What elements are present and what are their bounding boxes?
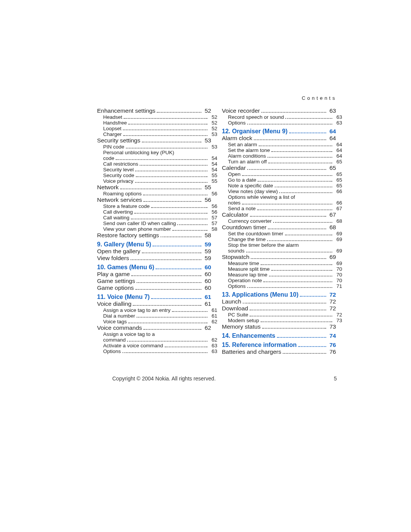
toc-label: Measure lap time bbox=[228, 272, 268, 278]
toc-entry: PC Suite72 bbox=[222, 312, 336, 318]
toc-entry: Stopwatch69 bbox=[222, 254, 336, 260]
toc-entry: Game settings60 bbox=[97, 278, 211, 284]
toc-page-number: 54 bbox=[209, 161, 217, 167]
toc-entry: Options63 bbox=[222, 120, 336, 126]
toc-label: Game options bbox=[97, 284, 134, 291]
toc-label: Operation note bbox=[228, 278, 262, 283]
toc-label: Handsfree bbox=[103, 120, 127, 126]
toc-entry: Game options60 bbox=[97, 284, 211, 291]
toc-entry: Charger53 bbox=[97, 131, 211, 137]
toc-label: View folders bbox=[97, 255, 129, 262]
toc-section-heading[interactable]: 9. Gallery (Menu 5)59 bbox=[97, 241, 211, 248]
toc-page-number: 64 bbox=[328, 128, 336, 135]
toc-label: sounds bbox=[228, 248, 245, 254]
toc-leader-dots bbox=[135, 171, 207, 171]
toc-entry: Calendar65 bbox=[222, 165, 336, 171]
toc-page-number: 55 bbox=[203, 184, 211, 191]
toc-leader-dots bbox=[268, 228, 326, 229]
page: Contents Enhancement settings52Headset52… bbox=[0, 0, 411, 532]
toc-leader-dots bbox=[275, 187, 332, 187]
toc-section-heading[interactable]: 15. Reference information76 bbox=[222, 342, 336, 348]
toc-entry: Call waiting57 bbox=[97, 215, 211, 220]
toc-page-number: 61 bbox=[209, 313, 217, 319]
toc-label: Network services bbox=[97, 197, 142, 203]
toc-leader-dots bbox=[247, 124, 332, 125]
toc-entry: Open65 bbox=[222, 171, 336, 177]
toc-entry: Call diverting56 bbox=[97, 209, 211, 215]
toc-label: Set the countdown timer bbox=[228, 231, 284, 236]
toc-entry: Options71 bbox=[222, 283, 336, 289]
toc-page-number: 53 bbox=[209, 144, 217, 150]
toc-section-heading[interactable]: 11. Voice (Menu 7)61 bbox=[97, 294, 211, 300]
toc-section-heading[interactable]: 13. Applications (Menu 10)72 bbox=[222, 291, 336, 298]
toc-page-number: 71 bbox=[334, 283, 342, 289]
toc-label: Set the alarm tone bbox=[228, 147, 270, 153]
toc-leader-dots bbox=[285, 118, 332, 119]
toc-label: View your own phone number bbox=[103, 226, 171, 232]
toc-label: Loopset bbox=[103, 126, 121, 131]
toc-leader-dots bbox=[242, 204, 332, 204]
toc-label: Security settings bbox=[97, 137, 140, 144]
toc-entry: Network services56 bbox=[97, 197, 211, 203]
toc-page-number: 74 bbox=[328, 332, 336, 339]
toc-entry: Voice commands62 bbox=[97, 324, 211, 331]
toc-leader-dots bbox=[124, 118, 207, 119]
toc-label: Options bbox=[228, 120, 246, 126]
toc-section-heading[interactable]: 10. Games (Menu 6)60 bbox=[97, 264, 211, 271]
toc-section-heading[interactable]: 14. Enhancements74 bbox=[222, 332, 336, 339]
toc-page-number: 72 bbox=[328, 291, 336, 298]
toc-entry: Send a note67 bbox=[222, 206, 336, 211]
toc-leader-dots bbox=[289, 133, 327, 133]
toc-page-number: 64 bbox=[328, 135, 336, 142]
toc-entry: Modem setup73 bbox=[222, 318, 336, 323]
toc-leader-dots bbox=[131, 259, 201, 260]
toc-page-number: 70 bbox=[334, 266, 342, 272]
toc-entry: Measure lap time70 bbox=[222, 272, 336, 278]
toc-label: Headset bbox=[103, 114, 122, 120]
toc-leader-dots bbox=[269, 276, 332, 276]
toc-page-number: 57 bbox=[209, 215, 217, 220]
toc-page-number: 61 bbox=[203, 294, 211, 300]
toc-label: 13. Applications (Menu 10) bbox=[222, 291, 298, 298]
toc-leader-dots bbox=[137, 282, 201, 283]
toc-leader-dots bbox=[137, 317, 207, 318]
toc-page-number: 61 bbox=[203, 300, 211, 307]
toc-leader-dots bbox=[131, 275, 201, 276]
toc-leader-dots bbox=[127, 341, 207, 342]
toc-entry: Enhancement settings52 bbox=[97, 107, 211, 114]
toc-leader-dots bbox=[298, 346, 327, 347]
toc-label: Send own caller ID when calling bbox=[103, 220, 176, 226]
toc-entry: Record speech or sound63 bbox=[222, 114, 336, 120]
toc-section-heading[interactable]: 12. Organiser (Menu 9)64 bbox=[222, 128, 336, 135]
toc-label: Launch bbox=[222, 298, 241, 305]
toc-leader-dots bbox=[131, 219, 207, 219]
toc-label: Stopwatch bbox=[222, 254, 249, 260]
toc-label: Network bbox=[97, 184, 119, 191]
toc-page-number: 63 bbox=[209, 343, 217, 348]
toc-entry: Send own caller ID when calling57 bbox=[97, 220, 211, 226]
toc-entry: Activate a voice command63 bbox=[97, 343, 211, 348]
toc-entry: Measure split time70 bbox=[222, 266, 336, 272]
toc-leader-dots bbox=[268, 157, 332, 158]
toc-leader-dots bbox=[116, 159, 207, 160]
toc-label: Voice tags bbox=[103, 319, 127, 324]
toc-entry: PIN code53 bbox=[97, 144, 211, 150]
toc-entry: Voice privacy55 bbox=[97, 178, 211, 184]
toc-page-number: 59 bbox=[203, 241, 211, 248]
toc-label: Restore factory settings bbox=[97, 232, 159, 239]
toc-label: code bbox=[103, 155, 114, 161]
toc-label: Currency converter bbox=[228, 218, 272, 224]
toc-label: Activate a voice command bbox=[103, 343, 163, 348]
toc-label: Turn an alarm off bbox=[228, 159, 267, 165]
toc-entry: Turn an alarm off65 bbox=[222, 159, 336, 165]
toc-leader-dots bbox=[153, 246, 201, 246]
toc-page-number: 72 bbox=[328, 298, 336, 305]
toc-label: Stop the timer before the alarm bbox=[228, 242, 299, 248]
toc-entry: Play a game60 bbox=[97, 271, 211, 278]
toc-page-number: 56 bbox=[209, 191, 217, 197]
toc-page-number: 76 bbox=[328, 348, 336, 355]
toc-leader-dots bbox=[134, 213, 207, 214]
toc-leader-dots bbox=[128, 124, 207, 125]
toc-entry: View folders59 bbox=[97, 255, 211, 262]
toc-page-number: 64 bbox=[334, 142, 342, 147]
